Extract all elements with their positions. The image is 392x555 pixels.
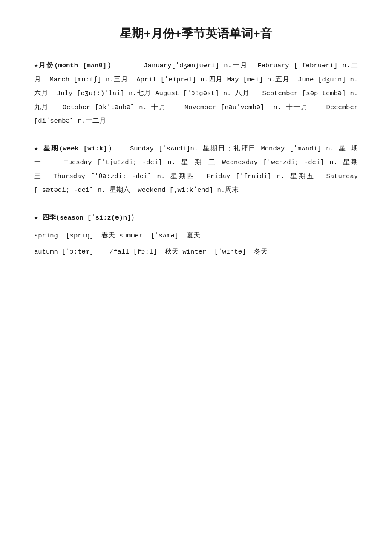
months-section: ★月份(month [mʌnθ]） January[ˈdʒænjuəri] n.… <box>34 59 358 128</box>
seasons-header: ★ 四季(season [ˈsiːz(ə)n]） <box>34 211 358 225</box>
seasons-row-1: spring [sprɪŋ] 春天 summer [ˈsʌmə] 夏天 <box>34 228 358 244</box>
weekdays-header: ★ 星期(week [wiːk]） <box>34 145 115 153</box>
seasons-section: ★ 四季(season [ˈsiːz(ə)n]） spring [sprɪŋ] … <box>34 211 358 260</box>
page-title: 星期+月份+季节英语单词+音 <box>34 26 358 42</box>
weekdays-section: ★ 星期(week [wiːk]） Sunday [ˈsʌndi]n. 星期日；… <box>34 142 358 197</box>
seasons-row-2: autumn [ˈɔːtəm] /fall [fɔːl] 秋天 winter [… <box>34 244 358 260</box>
months-header: ★月份(month [mʌnθ]） <box>34 62 115 69</box>
seasons-list: spring [sprɪŋ] 春天 summer [ˈsʌmə] 夏天 autu… <box>34 228 358 260</box>
